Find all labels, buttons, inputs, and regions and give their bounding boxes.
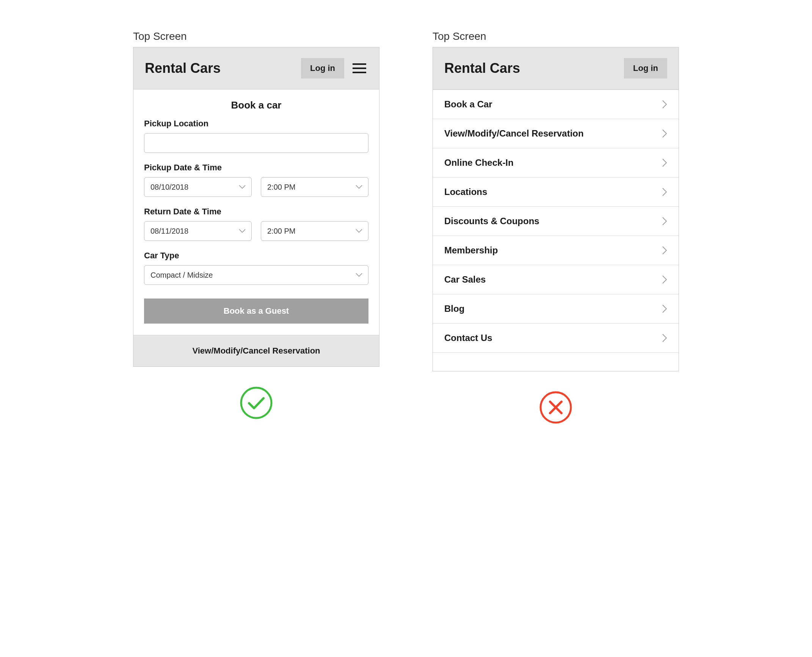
pickup-time-value: 2:00 PM [267, 183, 295, 192]
car-type-label: Car Type [144, 251, 368, 261]
menu-item-label: Blog [444, 303, 464, 314]
pickup-location-input[interactable] [144, 133, 368, 153]
menu-item-blog[interactable]: Blog [433, 294, 679, 324]
header-actions: Log in [624, 58, 667, 79]
correct-badge [239, 386, 273, 420]
phone-right: Rental Cars Log in Book a Car View/Modif… [433, 47, 679, 371]
return-time-select[interactable]: 2:00 PM [261, 221, 368, 241]
return-date-select[interactable]: 08/11/2018 [144, 221, 252, 241]
screen-label-right: Top Screen [433, 30, 486, 42]
chevron-right-icon [662, 246, 667, 255]
header-actions: Log in [301, 58, 368, 79]
pickup-datetime-label: Pickup Date & Time [144, 163, 368, 173]
menu-item-label: Discounts & Coupons [444, 216, 539, 226]
incorrect-badge [539, 390, 573, 424]
chevron-right-icon [662, 275, 667, 284]
return-date-value: 08/11/2018 [150, 227, 188, 236]
menu-item-label: Car Sales [444, 274, 486, 285]
check-circle-icon [239, 386, 273, 420]
menu-item-online-check-in[interactable]: Online Check-In [433, 148, 679, 178]
car-type-value: Compact / Midsize [150, 271, 213, 280]
return-datetime-label: Return Date & Time [144, 207, 368, 217]
menu-item-membership[interactable]: Membership [433, 236, 679, 265]
chevron-right-icon [662, 188, 667, 196]
menu-item-car-sales[interactable]: Car Sales [433, 265, 679, 294]
menu-item-discounts-coupons[interactable]: Discounts & Coupons [433, 207, 679, 236]
cross-circle-icon [539, 390, 573, 424]
view-modify-cancel-link[interactable]: View/Modify/Cancel Reservation [133, 335, 379, 366]
login-button[interactable]: Log in [624, 58, 667, 79]
menu-item-contact-us[interactable]: Contact Us [433, 324, 679, 353]
menu-item-label: Locations [444, 187, 487, 197]
menu-item-book-a-car[interactable]: Book a Car [433, 90, 679, 119]
booking-form: Book a car Pickup Location Pickup Date &… [133, 90, 379, 335]
menu-item-label: Book a Car [444, 99, 492, 110]
chevron-right-icon [662, 334, 667, 342]
book-as-guest-button[interactable]: Book as a Guest [144, 299, 368, 324]
pickup-time-select[interactable]: 2:00 PM [261, 177, 368, 197]
menu-item-label: Membership [444, 245, 498, 256]
hamburger-menu-icon[interactable] [351, 62, 368, 75]
menu-item-label: View/Modify/Cancel Reservation [444, 128, 584, 139]
header-left: Rental Cars Log in [133, 47, 379, 90]
form-title: Book a car [144, 99, 368, 111]
pickup-date-value: 08/10/2018 [150, 183, 188, 192]
car-type-select[interactable]: Compact / Midsize [144, 265, 368, 285]
chevron-right-icon [662, 100, 667, 108]
svg-point-0 [241, 388, 271, 418]
menu-spacer [433, 353, 679, 371]
pickup-date-select[interactable]: 08/10/2018 [144, 177, 252, 197]
chevron-right-icon [662, 129, 667, 138]
menu-item-view-modify-cancel[interactable]: View/Modify/Cancel Reservation [433, 119, 679, 148]
header-right: Rental Cars Log in [433, 47, 679, 90]
login-button[interactable]: Log in [301, 58, 344, 79]
pickup-location-label: Pickup Location [144, 119, 368, 129]
screen-label-left: Top Screen [133, 30, 187, 42]
app-title: Rental Cars [145, 60, 221, 76]
menu-item-label: Online Check-In [444, 157, 514, 168]
chevron-right-icon [662, 217, 667, 225]
return-time-value: 2:00 PM [267, 227, 295, 236]
phone-left: Rental Cars Log in Book a car Pickup Loc… [133, 47, 379, 367]
menu-item-label: Contact Us [444, 333, 492, 343]
menu-list: Book a Car View/Modify/Cancel Reservatio… [433, 90, 679, 371]
chevron-right-icon [662, 159, 667, 167]
chevron-right-icon [662, 305, 667, 313]
menu-item-locations[interactable]: Locations [433, 178, 679, 207]
app-title: Rental Cars [444, 60, 520, 76]
